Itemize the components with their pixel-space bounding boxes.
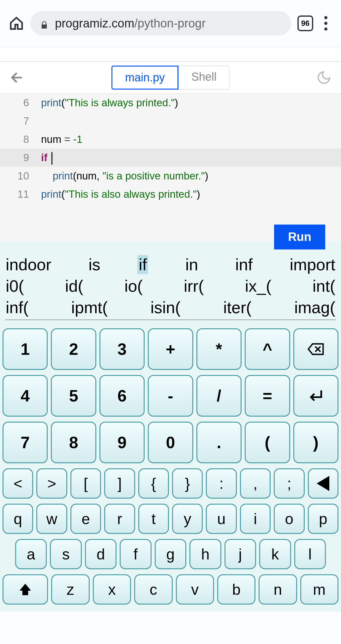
code-content[interactable]: num = -1 (41, 130, 82, 149)
code-content[interactable]: print("This is also always printed.") (41, 185, 200, 203)
browser-bar: programiz.com/python-progr 96 (0, 0, 341, 47)
suggestion-item[interactable]: if (137, 255, 148, 274)
suggestion-item[interactable]: ipmt( (71, 298, 108, 317)
key-o[interactable]: o (274, 504, 304, 534)
key-v[interactable]: v (176, 574, 214, 605)
tab-count[interactable]: 96 (297, 15, 313, 31)
cursor-left-key[interactable] (308, 468, 338, 499)
enter-key[interactable] (293, 375, 338, 417)
key-h[interactable]: h (189, 539, 221, 569)
suggestion-item[interactable]: is (88, 255, 100, 274)
code-line[interactable]: 6print("This is always printed.") (0, 94, 341, 112)
key-8[interactable]: 8 (51, 422, 96, 463)
code-content[interactable]: print(num, "is a positive number.") (41, 167, 208, 185)
key-=[interactable]: = (245, 375, 290, 417)
key-9[interactable]: 9 (99, 422, 145, 463)
key-:[interactable]: : (206, 468, 236, 499)
key-[[interactable]: [ (70, 468, 101, 499)
suggestion-item[interactable]: inf( (6, 298, 28, 317)
key-m[interactable]: m (300, 574, 338, 605)
code-content[interactable]: if (41, 149, 52, 167)
key-0[interactable]: 0 (148, 422, 193, 463)
key-r[interactable]: r (104, 504, 135, 534)
key-2[interactable]: 2 (51, 328, 96, 370)
code-line[interactable]: 8num = -1 (0, 130, 341, 149)
key-}[interactable]: } (172, 468, 203, 499)
key-.[interactable]: . (196, 422, 242, 463)
key-l[interactable]: l (294, 539, 326, 569)
key-3[interactable]: 3 (99, 328, 145, 370)
code-line[interactable]: 7 (0, 112, 341, 130)
key-e[interactable]: e (70, 504, 101, 534)
key-,[interactable]: , (240, 468, 271, 499)
key-b[interactable]: b (217, 574, 255, 605)
tab-shell[interactable]: Shell (178, 66, 230, 90)
key-<[interactable]: < (3, 468, 33, 499)
code-content[interactable]: print("This is always printed.") (41, 94, 178, 112)
url-bar[interactable]: programiz.com/python-progr (30, 11, 291, 36)
key-{[interactable]: { (138, 468, 169, 499)
key-f[interactable]: f (120, 539, 151, 569)
key-^[interactable]: ^ (245, 328, 290, 370)
suggestion-item[interactable]: i0( (6, 277, 24, 296)
code-line[interactable]: 9if (0, 149, 341, 167)
key--[interactable]: - (148, 375, 193, 417)
key-][interactable]: ] (104, 468, 135, 499)
key-n[interactable]: n (259, 574, 297, 605)
suggestion-item[interactable]: irr( (184, 277, 204, 296)
key-;[interactable]: ; (274, 468, 304, 499)
code-line[interactable]: 11print("This is also always printed.") (0, 185, 341, 203)
key-c[interactable]: c (134, 574, 172, 605)
key-*[interactable]: * (196, 328, 242, 370)
suggestion-item[interactable]: import (290, 255, 335, 274)
key-a[interactable]: a (15, 539, 47, 569)
key-i[interactable]: i (240, 504, 271, 534)
key-([interactable]: ( (245, 422, 290, 463)
theme-moon-icon[interactable] (316, 70, 332, 85)
line-number: 8 (0, 130, 41, 149)
tab-main[interactable]: main.py (111, 66, 178, 90)
suggestion-item[interactable]: in (185, 255, 198, 274)
key->[interactable]: > (36, 468, 67, 499)
shift-key[interactable] (3, 574, 48, 605)
key-x[interactable]: x (93, 574, 131, 605)
keyboard: indoorisifininfimport i0(id(io(irr(ix_(i… (0, 241, 341, 612)
key-t[interactable]: t (138, 504, 169, 534)
code-line[interactable]: 10 print(num, "is a positive number.") (0, 167, 341, 185)
backspace-key[interactable] (293, 328, 338, 370)
key-s[interactable]: s (50, 539, 81, 569)
key-k[interactable]: k (259, 539, 291, 569)
key-j[interactable]: j (224, 539, 256, 569)
key-y[interactable]: y (172, 504, 203, 534)
key-6[interactable]: 6 (99, 375, 145, 417)
key-1[interactable]: 1 (3, 328, 48, 370)
suggestion-item[interactable]: id( (65, 277, 83, 296)
suggestion-item[interactable]: iter( (223, 298, 252, 317)
key-4[interactable]: 4 (3, 375, 48, 417)
back-arrow-icon[interactable] (9, 70, 25, 85)
suggestion-item[interactable]: ix_( (245, 277, 272, 296)
key-+[interactable]: + (148, 328, 193, 370)
key-5[interactable]: 5 (51, 375, 96, 417)
key-z[interactable]: z (51, 574, 89, 605)
home-icon[interactable] (9, 16, 24, 31)
run-button[interactable]: Run (274, 225, 325, 249)
key-/[interactable]: / (196, 375, 242, 417)
suggestion-item[interactable]: inf (235, 255, 253, 274)
suggestion-item[interactable]: imag( (294, 298, 335, 317)
key-7[interactable]: 7 (3, 422, 48, 463)
key-d[interactable]: d (85, 539, 117, 569)
url-domain: programiz.com (55, 17, 134, 30)
suggestion-item[interactable]: io( (124, 277, 143, 296)
code-editor[interactable]: 6print("This is always printed.")78num =… (0, 93, 341, 241)
suggestion-item[interactable]: indoor (6, 255, 51, 274)
key-w[interactable]: w (36, 504, 67, 534)
key-g[interactable]: g (155, 539, 186, 569)
key-)[interactable]: ) (293, 422, 338, 463)
suggestion-item[interactable]: int( (313, 277, 335, 296)
key-u[interactable]: u (206, 504, 236, 534)
key-p[interactable]: p (308, 504, 338, 534)
key-q[interactable]: q (3, 504, 33, 534)
suggestion-item[interactable]: isin( (150, 298, 180, 317)
menu-icon[interactable] (320, 16, 332, 31)
